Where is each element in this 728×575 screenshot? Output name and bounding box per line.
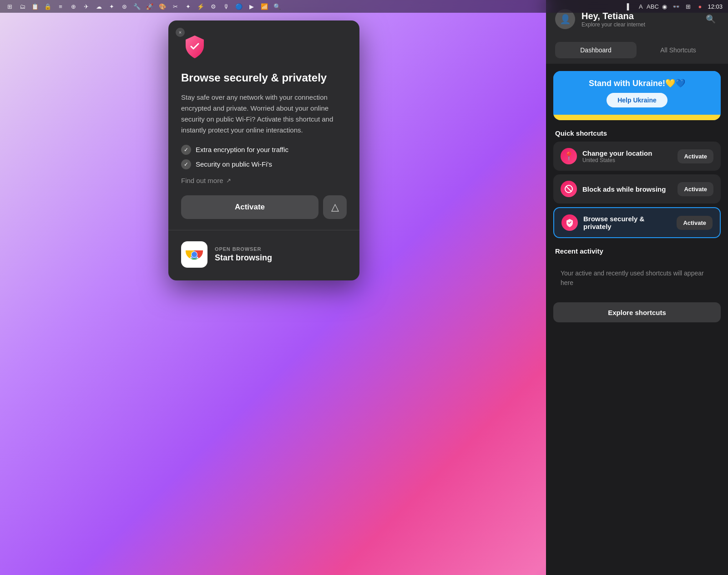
font-icon[interactable]: A xyxy=(637,2,645,10)
modal-actions: Activate △ xyxy=(181,195,347,219)
shortcut-item-ads[interactable]: Block ads while browsing Activate xyxy=(553,174,721,204)
panel-subtext: Explore your clear internet xyxy=(581,21,645,28)
menu-icon-search[interactable]: 🔍 xyxy=(273,2,281,10)
shortcut-location-sub: United States xyxy=(582,157,672,163)
ads-icon xyxy=(561,181,577,197)
modal-title: Browse securely & privately xyxy=(181,71,347,85)
find-out-more-link[interactable]: Find out more ↗ xyxy=(181,177,347,184)
shortcut-item-secure[interactable]: Browse securely & privately Activate xyxy=(553,207,721,238)
shortcut-secure-name: Browse securely & privately xyxy=(583,215,671,230)
tab-dashboard[interactable]: Dashboard xyxy=(555,42,637,58)
warning-button[interactable]: △ xyxy=(323,195,347,219)
menu-icon-10[interactable]: 🔧 xyxy=(133,2,141,10)
menu-icon-6[interactable]: ✈ xyxy=(82,2,90,10)
menubar: ⊞ 🗂 📋 🔒 ≡ ⊕ ✈ ☁ ✦ ⊛ 🔧 🚀 🎨 ✂ ✦ ⚡ ⚙ 🎙 🔵 ▶ … xyxy=(0,0,728,13)
keyboard-icon[interactable]: ABC xyxy=(648,2,657,10)
finder-icon[interactable]: 🗂 xyxy=(18,2,26,10)
panel-user-info: Hey, Tetiana Explore your clear internet xyxy=(581,11,645,28)
search-icon: 🔍 xyxy=(706,14,716,24)
glasses-icon[interactable]: 👓 xyxy=(672,2,680,10)
menu-icon-11[interactable]: 🚀 xyxy=(146,2,154,10)
shortcut-ads-name: Block ads while browsing xyxy=(582,185,672,193)
panel-content: Stand with Ukraine!💛💙 Help Ukraine Quick… xyxy=(546,64,728,575)
warning-icon: △ xyxy=(331,201,339,213)
browser-text: OPEN BROWSER Start browsing xyxy=(215,246,272,263)
activate-ads-button[interactable]: Activate xyxy=(677,182,713,196)
svg-point-3 xyxy=(192,252,197,257)
menu-icon-12[interactable]: 🎨 xyxy=(158,2,167,10)
panel-search-button[interactable]: 🔍 xyxy=(703,11,719,27)
menu-time: 12:03 xyxy=(708,3,723,10)
menubar-right: ▌ A ABC ◉ 👓 ⊞ ● 12:03 xyxy=(625,2,723,10)
open-browser-section[interactable]: OPEN BROWSER Start browsing xyxy=(181,241,347,268)
screen-icon[interactable]: ◉ xyxy=(660,2,668,10)
svg-line-5 xyxy=(566,186,571,192)
modal-description: Stay safe over any network with your con… xyxy=(181,92,347,136)
quick-shortcuts-label: Quick shortcuts xyxy=(546,127,728,142)
right-panel: 👤 Hey, Tetiana Explore your clear intern… xyxy=(546,0,728,575)
browser-label: OPEN BROWSER xyxy=(215,246,272,252)
ukraine-top: Stand with Ukraine!💛💙 Help Ukraine xyxy=(553,71,721,115)
color-icon[interactable]: ● xyxy=(696,2,704,10)
shortcut-secure-text: Browse securely & privately xyxy=(583,215,671,230)
menu-icon-4[interactable]: ≡ xyxy=(56,2,65,10)
browser-icon-wrapper xyxy=(181,241,207,268)
menu-icon-16[interactable]: ⚙ xyxy=(209,2,217,10)
menubar-left-icons: ⊞ 🗂 📋 🔒 ≡ ⊕ ✈ ☁ ✦ ⊛ 🔧 🚀 🎨 ✂ ✦ ⚡ ⚙ 🎙 🔵 ▶ … xyxy=(5,2,281,10)
browse-secure-modal: × Browse securely & privately Stay safe … xyxy=(168,20,359,280)
shortcut-item-location[interactable]: 📍 Change your location United States Act… xyxy=(553,142,721,171)
location-icon: 📍 xyxy=(561,148,577,164)
menu-icon-20[interactable]: 📶 xyxy=(260,2,268,10)
menu-icon-7[interactable]: ☁ xyxy=(95,2,103,10)
modal-divider xyxy=(168,230,359,230)
modal-close-button[interactable]: × xyxy=(176,28,185,37)
tab-all-shortcuts[interactable]: All Shortcuts xyxy=(637,42,719,58)
menu-icon-14[interactable]: ✦ xyxy=(184,2,192,10)
ukraine-title: Stand with Ukraine!💛💙 xyxy=(561,78,713,88)
modal-feature-1: ✓ Extra encryption for your traffic xyxy=(181,145,347,155)
battery-icon[interactable]: ▌ xyxy=(625,2,633,10)
apple-menu-icon[interactable]: ⊞ xyxy=(5,2,14,10)
shortcut-location-name: Change your location xyxy=(582,149,672,157)
activate-secure-button[interactable]: Activate xyxy=(677,216,713,230)
menu-icon-13[interactable]: ✂ xyxy=(171,2,179,10)
recent-activity-section: Recent activity Your active and recently… xyxy=(546,242,728,333)
external-link-icon: ↗ xyxy=(226,177,231,184)
display-icon[interactable]: ⊞ xyxy=(684,2,692,10)
panel-tabs: Dashboard All Shortcuts xyxy=(546,36,728,64)
help-ukraine-button[interactable]: Help Ukraine xyxy=(607,93,667,107)
ukraine-yellow-stripe xyxy=(553,115,721,120)
shortcut-location-text: Change your location United States xyxy=(582,149,672,163)
menu-icon-8[interactable]: ✦ xyxy=(107,2,116,10)
modal-feature-2: ✓ Security on public Wi-Fi's xyxy=(181,159,347,169)
feature-check-icon-2: ✓ xyxy=(181,159,191,169)
avatar-icon: 👤 xyxy=(560,14,571,25)
ukraine-banner: Stand with Ukraine!💛💙 Help Ukraine xyxy=(553,71,721,120)
chrome-browser-icon xyxy=(186,246,203,263)
feature-check-icon-1: ✓ xyxy=(181,145,191,155)
browser-sublabel: Start browsing xyxy=(215,253,272,263)
modal-shield-icon xyxy=(181,33,347,71)
activate-button[interactable]: Activate xyxy=(181,195,318,219)
menu-icon-3[interactable]: 🔒 xyxy=(44,2,52,10)
menu-icon-5[interactable]: ⊕ xyxy=(69,2,77,10)
menu-icon-9[interactable]: ⊛ xyxy=(120,2,128,10)
explore-shortcuts-button[interactable]: Explore shortcuts xyxy=(553,302,721,322)
recent-activity-label: Recent activity xyxy=(546,245,728,260)
recent-activity-empty-text: Your active and recently used shortcuts … xyxy=(553,260,721,297)
secure-icon xyxy=(561,214,578,231)
menu-icon-18[interactable]: 🔵 xyxy=(235,2,243,10)
menu-icon-19[interactable]: ▶ xyxy=(248,2,256,10)
shortcut-ads-text: Block ads while browsing xyxy=(582,185,672,193)
activate-location-button[interactable]: Activate xyxy=(677,149,713,163)
menu-icon-15[interactable]: ⚡ xyxy=(197,2,205,10)
menu-icon-2[interactable]: 📋 xyxy=(31,2,39,10)
menu-icon-17[interactable]: 🎙 xyxy=(222,2,230,10)
